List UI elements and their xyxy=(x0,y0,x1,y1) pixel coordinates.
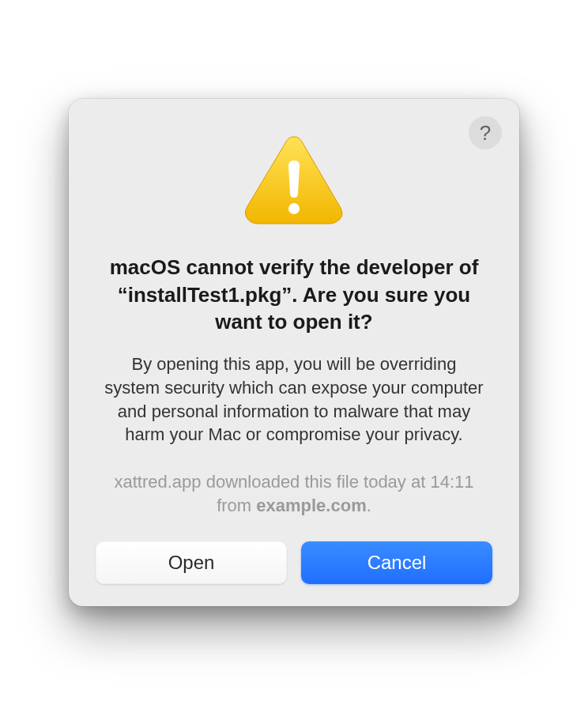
dialog-title: macOS cannot verify the developer of “in… xyxy=(96,254,492,335)
button-row: Open Cancel xyxy=(96,541,492,584)
cancel-button-label: Cancel xyxy=(368,552,427,574)
open-button[interactable]: Open xyxy=(96,541,287,584)
download-source-text: xattred.app downloaded this file today a… xyxy=(96,470,492,517)
help-icon: ? xyxy=(480,121,491,145)
cancel-button[interactable]: Cancel xyxy=(301,541,492,584)
open-button-label: Open xyxy=(168,552,215,574)
help-button[interactable]: ? xyxy=(469,116,502,149)
source-domain: example.com xyxy=(256,496,366,515)
gatekeeper-dialog: ? macOS cannot verify the developer of “… xyxy=(69,99,519,605)
source-suffix: . xyxy=(367,496,371,515)
warning-icon xyxy=(243,132,345,230)
svg-point-0 xyxy=(288,203,300,214)
dialog-body: By opening this app, you will be overrid… xyxy=(96,352,492,447)
